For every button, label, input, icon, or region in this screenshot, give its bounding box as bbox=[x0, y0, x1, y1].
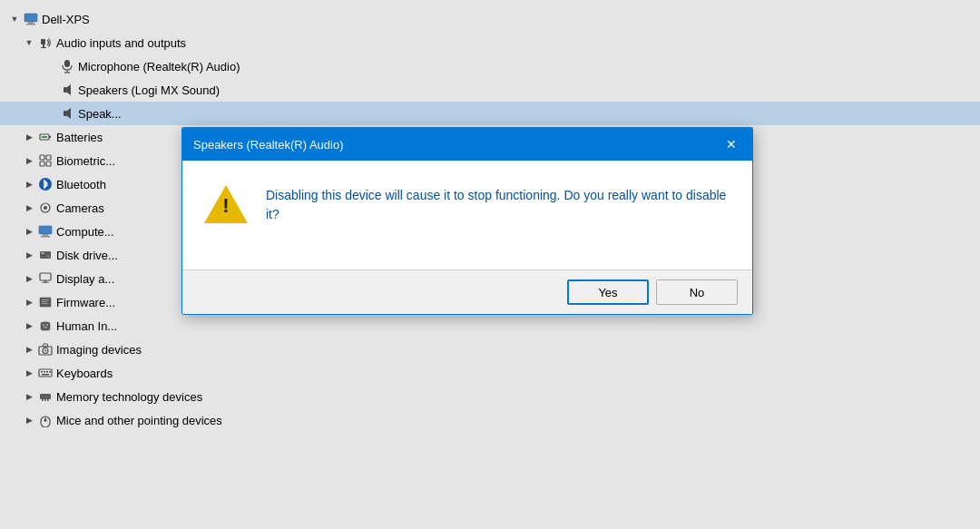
modal-overlay: Speakers (Realtek(R) Audio) ✕ ! Disablin… bbox=[0, 0, 980, 529]
dialog-body: ! Disabling this device will cause it to… bbox=[182, 161, 752, 269]
yes-button[interactable]: Yes bbox=[567, 279, 649, 305]
dialog-titlebar: Speakers (Realtek(R) Audio) ✕ bbox=[182, 128, 752, 161]
warning-icon: ! bbox=[204, 182, 248, 226]
warning-exclamation: ! bbox=[222, 196, 229, 216]
dialog-title: Speakers (Realtek(R) Audio) bbox=[193, 138, 343, 152]
dialog-message: Disabling this device will cause it to s… bbox=[266, 182, 730, 224]
dialog-footer: Yes No bbox=[182, 269, 752, 314]
no-button[interactable]: No bbox=[656, 279, 738, 305]
device-manager: ▼ Dell-XPS ▼ A bbox=[0, 0, 980, 529]
disable-device-dialog: Speakers (Realtek(R) Audio) ✕ ! Disablin… bbox=[181, 127, 753, 315]
dialog-close-button[interactable]: ✕ bbox=[721, 134, 741, 154]
